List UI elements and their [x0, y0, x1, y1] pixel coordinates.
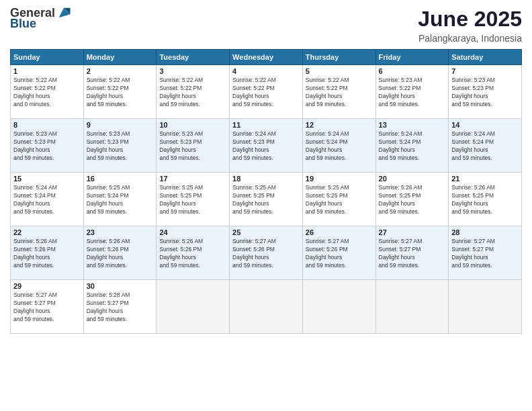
- day-info: Sunrise: 5:23 AMSunset: 5:23 PMDaylight …: [159, 130, 203, 161]
- calendar-cell: 21Sunrise: 5:26 AMSunset: 5:25 PMDayligh…: [449, 173, 522, 226]
- header-thursday: Thursday: [302, 50, 375, 65]
- day-info: Sunrise: 5:27 AMSunset: 5:27 PMDaylight …: [379, 238, 423, 269]
- calendar-week-row: 29Sunrise: 5:27 AMSunset: 5:27 PMDayligh…: [11, 280, 522, 334]
- header-tuesday: Tuesday: [157, 50, 230, 65]
- calendar-header-row: Sunday Monday Tuesday Wednesday Thursday…: [11, 50, 522, 65]
- day-number: 13: [379, 121, 446, 129]
- day-number: 2: [87, 67, 154, 75]
- header-friday: Friday: [375, 50, 449, 65]
- day-number: 7: [451, 67, 519, 75]
- day-number: 25: [232, 228, 300, 236]
- day-number: 5: [306, 67, 373, 75]
- day-info: Sunrise: 5:24 AMSunset: 5:24 PMDaylight …: [306, 130, 349, 161]
- day-info: Sunrise: 5:22 AMSunset: 5:22 PMDaylight …: [159, 77, 203, 107]
- month-title: June 2025: [418, 7, 522, 32]
- calendar-week-row: 22Sunrise: 5:26 AMSunset: 5:26 PMDayligh…: [11, 226, 522, 280]
- calendar-week-row: 15Sunrise: 5:24 AMSunset: 5:24 PMDayligh…: [11, 173, 522, 226]
- day-info: Sunrise: 5:25 AMSunset: 5:25 PMDaylight …: [159, 184, 203, 215]
- calendar-table: Sunday Monday Tuesday Wednesday Thursday…: [10, 49, 522, 334]
- calendar-cell: 24Sunrise: 5:26 AMSunset: 5:26 PMDayligh…: [157, 226, 230, 280]
- calendar-cell: 15Sunrise: 5:24 AMSunset: 5:24 PMDayligh…: [11, 173, 84, 226]
- calendar-cell: 4Sunrise: 5:22 AMSunset: 5:22 PMDaylight…: [230, 65, 303, 119]
- calendar-cell: 29Sunrise: 5:27 AMSunset: 5:27 PMDayligh…: [11, 280, 84, 334]
- day-info: Sunrise: 5:24 AMSunset: 5:24 PMDaylight …: [451, 130, 495, 161]
- day-info: Sunrise: 5:22 AMSunset: 5:22 PMDaylight …: [232, 77, 276, 107]
- calendar-cell: 12Sunrise: 5:24 AMSunset: 5:24 PMDayligh…: [302, 119, 375, 173]
- day-info: Sunrise: 5:23 AMSunset: 5:23 PMDaylight …: [451, 77, 495, 107]
- calendar-cell: 6Sunrise: 5:23 AMSunset: 5:22 PMDaylight…: [375, 65, 449, 119]
- day-number: 11: [232, 121, 300, 129]
- calendar-week-row: 1Sunrise: 5:22 AMSunset: 5:22 PMDaylight…: [11, 65, 522, 119]
- day-info: Sunrise: 5:24 AMSunset: 5:23 PMDaylight …: [232, 130, 276, 161]
- day-number: 23: [87, 228, 154, 236]
- day-info: Sunrise: 5:23 AMSunset: 5:22 PMDaylight …: [379, 77, 423, 107]
- day-info: Sunrise: 5:24 AMSunset: 5:24 PMDaylight …: [379, 130, 423, 161]
- day-info: Sunrise: 5:27 AMSunset: 5:26 PMDaylight …: [232, 238, 276, 269]
- calendar-cell: 20Sunrise: 5:26 AMSunset: 5:25 PMDayligh…: [375, 173, 449, 226]
- calendar-cell: 28Sunrise: 5:27 AMSunset: 5:27 PMDayligh…: [449, 226, 522, 280]
- day-info: Sunrise: 5:26 AMSunset: 5:25 PMDaylight …: [451, 184, 495, 215]
- calendar-cell: 13Sunrise: 5:24 AMSunset: 5:24 PMDayligh…: [375, 119, 449, 173]
- calendar-cell: 1Sunrise: 5:22 AMSunset: 5:22 PMDaylight…: [11, 65, 84, 119]
- calendar-cell: 18Sunrise: 5:25 AMSunset: 5:25 PMDayligh…: [230, 173, 303, 226]
- day-info: Sunrise: 5:28 AMSunset: 5:27 PMDaylight …: [87, 291, 130, 322]
- day-number: 6: [379, 67, 446, 75]
- calendar-cell: [302, 280, 375, 334]
- day-info: Sunrise: 5:27 AMSunset: 5:26 PMDaylight …: [306, 238, 349, 269]
- header-saturday: Saturday: [449, 50, 522, 65]
- day-info: Sunrise: 5:27 AMSunset: 5:27 PMDaylight …: [451, 238, 495, 269]
- day-number: 19: [306, 175, 373, 183]
- day-number: 30: [87, 282, 154, 290]
- day-number: 29: [13, 282, 81, 290]
- calendar-cell: [449, 280, 522, 334]
- day-number: 15: [13, 175, 81, 183]
- calendar-cell: 16Sunrise: 5:25 AMSunset: 5:24 PMDayligh…: [83, 173, 157, 226]
- logo-blue: Blue: [10, 17, 71, 31]
- day-info: Sunrise: 5:22 AMSunset: 5:22 PMDaylight …: [87, 77, 130, 107]
- calendar-cell: 5Sunrise: 5:22 AMSunset: 5:22 PMDaylight…: [302, 65, 375, 119]
- day-number: 16: [87, 175, 154, 183]
- header-monday: Monday: [83, 50, 157, 65]
- day-info: Sunrise: 5:25 AMSunset: 5:25 PMDaylight …: [232, 184, 276, 215]
- calendar-cell: 2Sunrise: 5:22 AMSunset: 5:22 PMDaylight…: [83, 65, 157, 119]
- day-info: Sunrise: 5:25 AMSunset: 5:25 PMDaylight …: [306, 184, 349, 215]
- day-number: 21: [451, 175, 519, 183]
- page-header: General Blue June 2025 Palangkaraya, Ind…: [10, 7, 522, 44]
- day-number: 20: [379, 175, 446, 183]
- day-info: Sunrise: 5:22 AMSunset: 5:22 PMDaylight …: [13, 77, 57, 107]
- calendar-cell: 25Sunrise: 5:27 AMSunset: 5:26 PMDayligh…: [230, 226, 303, 280]
- calendar-cell: 26Sunrise: 5:27 AMSunset: 5:26 PMDayligh…: [302, 226, 375, 280]
- day-number: 8: [13, 121, 81, 129]
- day-info: Sunrise: 5:26 AMSunset: 5:26 PMDaylight …: [87, 238, 130, 269]
- calendar-cell: [157, 280, 230, 334]
- day-info: Sunrise: 5:22 AMSunset: 5:22 PMDaylight …: [306, 77, 349, 107]
- calendar-cell: 9Sunrise: 5:23 AMSunset: 5:23 PMDaylight…: [83, 119, 157, 173]
- day-info: Sunrise: 5:24 AMSunset: 5:24 PMDaylight …: [13, 184, 57, 215]
- day-info: Sunrise: 5:26 AMSunset: 5:25 PMDaylight …: [379, 184, 423, 215]
- calendar-cell: 17Sunrise: 5:25 AMSunset: 5:25 PMDayligh…: [157, 173, 230, 226]
- calendar-cell: 7Sunrise: 5:23 AMSunset: 5:23 PMDaylight…: [449, 65, 522, 119]
- calendar-cell: 23Sunrise: 5:26 AMSunset: 5:26 PMDayligh…: [83, 226, 157, 280]
- calendar-cell: 19Sunrise: 5:25 AMSunset: 5:25 PMDayligh…: [302, 173, 375, 226]
- header-wednesday: Wednesday: [230, 50, 303, 65]
- day-number: 12: [306, 121, 373, 129]
- day-number: 28: [451, 228, 519, 236]
- calendar-cell: 11Sunrise: 5:24 AMSunset: 5:23 PMDayligh…: [230, 119, 303, 173]
- day-number: 22: [13, 228, 81, 236]
- day-info: Sunrise: 5:23 AMSunset: 5:23 PMDaylight …: [87, 130, 130, 161]
- day-number: 26: [306, 228, 373, 236]
- day-number: 27: [379, 228, 446, 236]
- calendar-cell: 27Sunrise: 5:27 AMSunset: 5:27 PMDayligh…: [375, 226, 449, 280]
- day-info: Sunrise: 5:26 AMSunset: 5:26 PMDaylight …: [13, 238, 57, 269]
- calendar-cell: 22Sunrise: 5:26 AMSunset: 5:26 PMDayligh…: [11, 226, 84, 280]
- day-info: Sunrise: 5:25 AMSunset: 5:24 PMDaylight …: [87, 184, 130, 215]
- day-number: 10: [159, 121, 226, 129]
- day-number: 17: [159, 175, 226, 183]
- calendar-cell: 10Sunrise: 5:23 AMSunset: 5:23 PMDayligh…: [157, 119, 230, 173]
- day-info: Sunrise: 5:27 AMSunset: 5:27 PMDaylight …: [13, 291, 57, 322]
- calendar-cell: [375, 280, 449, 334]
- calendar-cell: [230, 280, 303, 334]
- day-info: Sunrise: 5:23 AMSunset: 5:23 PMDaylight …: [13, 130, 57, 161]
- day-number: 14: [451, 121, 519, 129]
- day-number: 9: [87, 121, 154, 129]
